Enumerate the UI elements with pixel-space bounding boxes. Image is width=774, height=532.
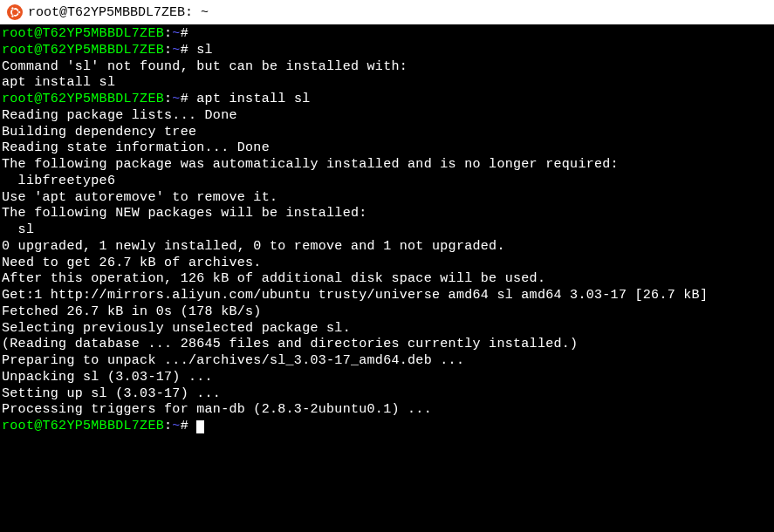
output-building-tree: Building dependency tree: [2, 125, 772, 141]
prompt-user-host: root@T62YP5MBBDL7ZEB: [2, 43, 164, 58]
prompt-path: ~: [172, 26, 180, 41]
output-processing: Processing triggers for man-db (2.8.3-2u…: [2, 402, 772, 419]
prompt-user-host: root@T62YP5MBBDL7ZEB: [2, 92, 164, 106]
window-title: root@T62YP5MBBDL7ZEB: ~: [28, 5, 209, 20]
output-libfreetype: libfreetype6: [2, 174, 772, 190]
output-apt-suggest: apt install sl: [2, 75, 772, 92]
prompt-symbol: #: [181, 43, 188, 58]
command-3: apt install sl: [196, 92, 310, 106]
prompt-colon: :: [164, 419, 172, 433]
output-need-get: Need to get 26.7 kB of archives.: [2, 256, 772, 272]
output-unpacking: Unpacking sl (3.03-17) ...: [2, 370, 772, 386]
output-get1: Get:1 http://mirrors.aliyun.com/ubuntu t…: [2, 288, 772, 304]
prompt-user-host: root@T62YP5MBBDL7ZEB: [2, 419, 164, 433]
prompt-symbol: #: [181, 92, 188, 106]
prompt-path: ~: [172, 419, 180, 433]
output-reading-db: (Reading database ... 28645 files and di…: [2, 337, 772, 353]
output-selecting: Selecting previously unselected package …: [2, 321, 772, 338]
prompt-line-4: root@T62YP5MBBDL7ZEB:~#: [2, 419, 772, 435]
prompt-line-3: root@T62YP5MBBDL7ZEB:~# apt install sl: [2, 92, 772, 108]
output-auto-installed: The following package was automatically …: [2, 157, 772, 174]
output-preparing: Preparing to unpack .../archives/sl_3.03…: [2, 353, 772, 370]
ubuntu-icon: [7, 4, 23, 20]
svg-point-4: [11, 15, 14, 17]
prompt-line-1: root@T62YP5MBBDL7ZEB:~#: [2, 26, 772, 43]
output-autoremove: Use 'apt autoremove' to remove it.: [2, 190, 772, 207]
svg-point-2: [18, 10, 21, 13]
output-after-op: After this operation, 126 kB of addition…: [2, 271, 772, 288]
svg-point-3: [11, 7, 14, 10]
cursor: [196, 420, 204, 433]
prompt-colon: :: [164, 26, 172, 41]
prompt-colon: :: [164, 92, 172, 106]
prompt-path: ~: [172, 92, 180, 106]
prompt-line-2: root@T62YP5MBBDL7ZEB:~# sl: [2, 43, 772, 59]
output-upgrade-summary: 0 upgraded, 1 newly installed, 0 to remo…: [2, 239, 772, 256]
output-sl-pkg: sl: [2, 222, 772, 239]
output-not-found: Command 'sl' not found, but can be insta…: [2, 59, 772, 76]
output-new-packages: The following NEW packages will be insta…: [2, 206, 772, 222]
terminal-area[interactable]: root@T62YP5MBBDL7ZEB:~# root@T62YP5MBBDL…: [0, 24, 774, 532]
window-title-bar: root@T62YP5MBBDL7ZEB: ~: [0, 0, 774, 24]
prompt-user-host: root@T62YP5MBBDL7ZEB: [2, 26, 164, 41]
command-2: sl: [196, 43, 213, 58]
output-setting-up: Setting up sl (3.03-17) ...: [2, 386, 772, 403]
prompt-path: ~: [172, 43, 180, 58]
output-reading-state: Reading state information... Done: [2, 140, 772, 157]
prompt-symbol: #: [181, 419, 188, 433]
prompt-colon: :: [164, 43, 172, 58]
output-reading-lists: Reading package lists... Done: [2, 108, 772, 125]
output-fetched: Fetched 26.7 kB in 0s (178 kB/s): [2, 304, 772, 321]
prompt-symbol: #: [181, 26, 188, 41]
